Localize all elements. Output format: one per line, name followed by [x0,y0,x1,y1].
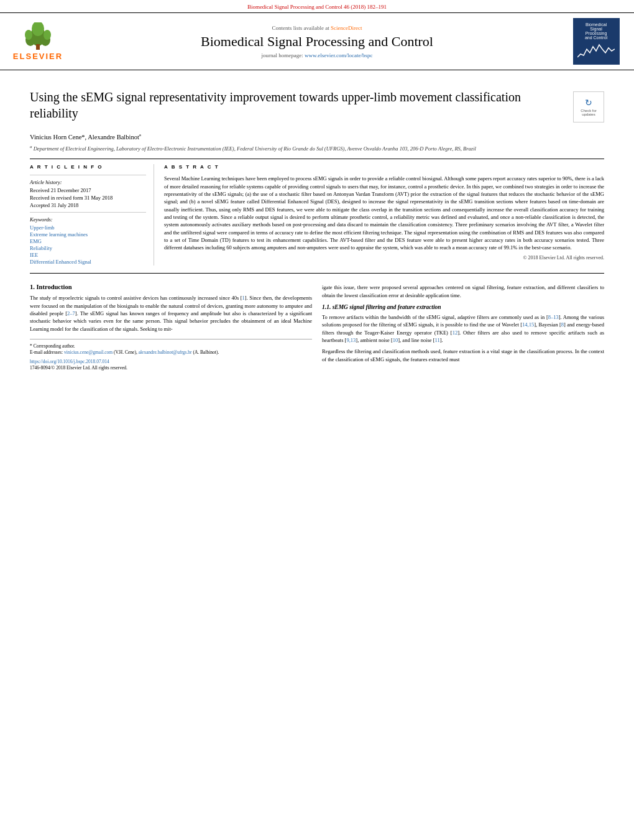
author-names: Vinicius Horn Cene*, Alexandre Balbinot [30,134,139,141]
body-left: 1. Introduction The study of myoelectric… [30,284,312,372]
keyword-1[interactable]: Upper-limb [30,224,146,231]
keyword-3[interactable]: EMG [30,238,146,244]
info-divider [30,175,146,175]
journal-icon-line2: Signal [590,27,602,31]
keyword-6[interactable]: Differential Enhanced Signal [30,259,146,265]
elsevier-tree-icon [21,22,55,50]
journal-icon-box: Biomedical Signal Processing and Control [573,18,620,65]
footnote-issn: 1746-8094/© 2018 Elsevier Ltd. All right… [30,365,312,372]
journal-icon-line3: Processing [586,31,607,35]
divider [30,159,604,159]
section1-para2: To remove artifacts within the bandwidth… [322,313,604,344]
journal-icon-line4: and Control [585,35,607,40]
journal-header: ELSEVIER Contents lists available at Sci… [0,12,634,70]
received-date: Received 21 December 2017 [30,187,146,193]
section1-para1-right: igate this issue, there were proposed se… [322,284,604,299]
email2-link[interactable]: alexandre.balbinot@ufrgs.br [139,349,192,355]
page: Biomedical Signal Processing and Control… [0,0,634,840]
author-affiliation-marker: a [139,132,141,137]
main-content: 1. Introduction The study of myoelectric… [0,274,634,382]
keywords-label: Keywords: [30,216,146,223]
section1-para3: Regardless the filtering and classificat… [322,348,604,363]
journal-homepage: journal homepage: www.elsevier.com/locat… [72,52,562,58]
doi-link[interactable]: https://doi.org/10.1016/j.bspc.2018.07.0… [30,359,109,364]
ref-12[interactable]: 12 [453,330,458,336]
journal-header-center: Contents lists available at ScienceDirec… [72,25,562,58]
copyright: © 2018 Elsevier Ltd. All rights reserved… [164,255,604,261]
article-info-title: A R T I C L E I N F O [30,164,146,170]
article-info-abstract: A R T I C L E I N F O Article history: R… [30,164,604,265]
elsevier-logo-area: ELSEVIER [10,22,66,61]
article-section: ↻ Check for updates Using the sEMG signa… [0,70,634,265]
svg-point-4 [25,30,32,40]
journal-title: Biomedical Signal Processing and Control [72,34,562,50]
authors: Vinicius Horn Cene*, Alexandre Balbinota [30,132,604,141]
ref-14-15[interactable]: 14,15 [522,321,534,328]
ref-8-13[interactable]: 8–13 [548,314,559,320]
sciencedirect-link[interactable]: ScienceDirect [331,25,362,31]
affiliation: a Department of Electrical Engineering, … [30,144,604,152]
body-right: igate this issue, there were proposed se… [322,284,604,372]
footnote-area: * Corresponding author. E-mail addresses… [30,339,312,372]
ref-2-7[interactable]: 2–7 [67,310,75,316]
footnote-corresponding: * Corresponding author. [30,343,312,350]
keyword-5[interactable]: IEE [30,252,146,258]
homepage-link[interactable]: www.elsevier.com/locate/bspc [305,52,372,58]
ref-11[interactable]: 11 [435,337,440,343]
abstract-title: A B S T R A C T [164,164,604,170]
sciencedirect-line: Contents lists available at ScienceDirec… [72,25,562,31]
journal-citation-link[interactable]: Biomedical Signal Processing and Control… [247,4,387,10]
article-title: Using the sEMG signal representativity i… [30,89,604,121]
ref-8b[interactable]: 8 [561,321,564,328]
keyword-4[interactable]: Reliability [30,245,146,251]
ref-1[interactable]: 1 [242,295,245,301]
section1-heading: 1. Introduction [30,284,312,290]
journal-icon-line1: Biomedical [586,22,607,27]
subsection1-1-heading: 1.1. sEMG signal filtering and feature e… [322,304,604,310]
article-info: A R T I C L E I N F O Article history: R… [30,164,154,265]
elsevier-brand: ELSEVIER [13,52,63,61]
journal-top-link: Biomedical Signal Processing and Control… [0,0,634,12]
info-divider2 [30,212,146,213]
ref-9-13[interactable]: 9,13 [346,337,356,343]
email1-link[interactable]: vinicius.cene@gmail.com [64,349,113,355]
keyword-2[interactable]: Extreme learning machines [30,231,146,238]
ref-10[interactable]: 10 [393,337,398,343]
accepted-date: Accepted 31 July 2018 [30,202,146,208]
abstract-text: Several Machine Learning techniques have… [164,175,604,251]
section1-para1: The study of myoelectric signals to cont… [30,294,312,333]
svg-point-5 [44,30,51,40]
check-updates: ↻ Check for updates [573,91,604,122]
abstract: A B S T R A C T Several Machine Learning… [164,164,604,265]
check-updates-label: Check for updates [574,109,604,116]
journal-icon-area: Biomedical Signal Processing and Control [568,18,624,65]
article-history-label: Article history: [30,179,146,185]
check-updates-icon: ↻ [585,98,592,108]
svg-rect-7 [36,44,40,50]
revised-date: Received in revised form 31 May 2018 [30,195,146,201]
footnote-emails: E-mail addresses: vinicius.cene@gmail.co… [30,349,312,356]
